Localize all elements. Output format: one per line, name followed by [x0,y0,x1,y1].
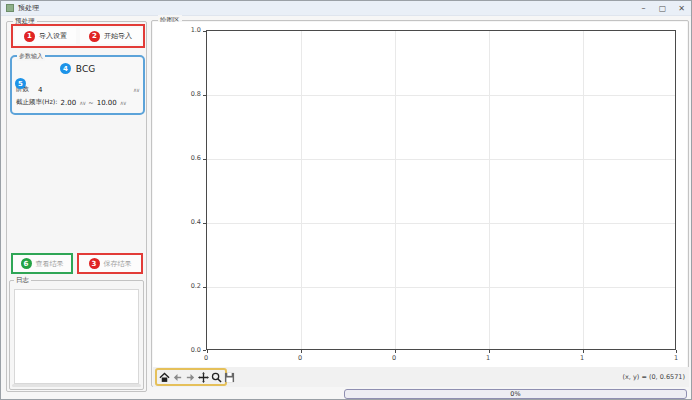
save-result-label: 保存结果 [104,259,132,269]
view-result-label: 查看结果 [36,259,64,269]
y-tick-mark [203,223,206,224]
log-panel: 日志 [9,280,144,390]
log-textarea[interactable] [14,289,139,384]
close-button[interactable]: ✕ [672,1,691,15]
progress-label: 0% [510,390,520,398]
pan-icon[interactable] [198,372,209,383]
view-result-button[interactable]: 6 查看结果 [11,253,73,274]
signal-type-value: BCG [76,64,95,74]
y-tick-label: 1.0 [181,26,201,34]
cursor-coords-readout: (x, y) = (0, 0.6571) [622,373,685,381]
y-tick-label: 0.0 [181,346,201,354]
home-icon[interactable] [159,372,170,383]
x-tick-mark [207,350,208,353]
gridline [301,31,302,349]
cutoff-label: 截止频率(Hz): [16,98,58,107]
x-tick-label: 1 [666,354,686,362]
figure-canvas[interactable]: 1.0 0.8 0.6 0.4 0.2 0.0 0 0 0 1 1 1 [153,22,687,367]
x-tick-mark [676,350,677,353]
x-tick-mark [395,350,396,353]
window-title: 预处理 [18,3,39,13]
save-icon[interactable] [224,372,235,383]
title-bar: 预处理 – ▢ ✕ [1,1,691,16]
cutoff-high-spinbox[interactable]: 10.00 [97,99,117,107]
log-panel-label: 日志 [14,275,31,285]
back-icon[interactable] [172,372,183,383]
y-tick-mark [203,31,206,32]
save-result-button[interactable]: 3 保存结果 [77,253,143,274]
y-tick-mark [203,159,206,160]
import-settings-button[interactable]: 1 导入设置 [15,28,76,44]
order-spinbox[interactable]: 4 [38,86,42,94]
x-tick-label: 0 [290,354,310,362]
x-tick-label: 0 [384,354,404,362]
import-buttons-highlight: 1 导入设置 2 开始导入 [11,24,145,48]
parameter-input-panel: 参数输入 4 BCG 5 阶数 4 ∧∨ 截止频率(Hz): 2.00 ∧∨ ~… [10,55,145,115]
start-import-label: 开始导入 [104,31,132,41]
gridline [395,31,396,349]
x-tick-mark [301,350,302,353]
forward-icon[interactable] [185,372,196,383]
parameter-panel-label: 参数输入 [17,51,45,61]
annotation-badge-6: 6 [21,258,32,269]
cutoff-high-spinner-arrows-icon[interactable]: ∧∨ [120,100,126,106]
y-tick-mark [203,95,206,96]
start-import-button[interactable]: 2 开始导入 [80,28,141,44]
gridline [207,223,675,224]
y-tick-label: 0.4 [181,218,201,226]
gridline [207,287,675,288]
minimize-button[interactable]: – [634,1,653,15]
toolbar-highlight [155,368,227,386]
signal-type-row[interactable]: 4 BCG [16,63,139,74]
window-controls: – ▢ ✕ [634,1,691,15]
y-tick-label: 0.6 [181,154,201,162]
x-tick-label: 1 [572,354,592,362]
x-tick-label: 0 [196,354,216,362]
annotation-badge-1: 1 [24,31,35,42]
annotation-badge-3: 3 [89,258,100,269]
annotation-badge-5: 5 [15,78,26,89]
y-tick-mark [203,350,206,351]
annotation-badge-4: 4 [60,63,71,74]
y-tick-label: 0.8 [181,90,201,98]
y-tick-label: 0.2 [181,282,201,290]
annotation-badge-2: 2 [89,31,100,42]
y-tick-mark [203,287,206,288]
app-window: { "window": { "title": "预处理", "minimize"… [0,0,692,400]
plot-area-panel: 绘图区 1.0 0.8 0.6 0.4 [151,20,689,387]
progress-bar: 0% [344,389,687,399]
gridline [583,31,584,349]
x-tick-mark [583,350,584,353]
import-settings-label: 导入设置 [39,31,67,41]
zoom-icon[interactable] [211,372,222,383]
maximize-button[interactable]: ▢ [653,1,672,15]
x-tick-label: 1 [478,354,498,362]
plot-axes[interactable] [206,30,676,350]
app-icon [6,4,14,12]
order-spinner-arrows-icon[interactable]: ∧∨ [133,87,139,93]
plot-toolbar: (x, y) = (0, 0.6571) [153,367,689,387]
log-scrollbar[interactable] [12,384,141,387]
x-tick-mark [489,350,490,353]
cutoff-low-spinbox[interactable]: 2.00 [61,99,77,107]
gridline [207,159,675,160]
cutoff-separator: ~ [88,99,93,107]
gridline [489,31,490,349]
cutoff-low-spinner-arrows-icon[interactable]: ∧∨ [79,100,85,106]
gridline [207,95,675,96]
